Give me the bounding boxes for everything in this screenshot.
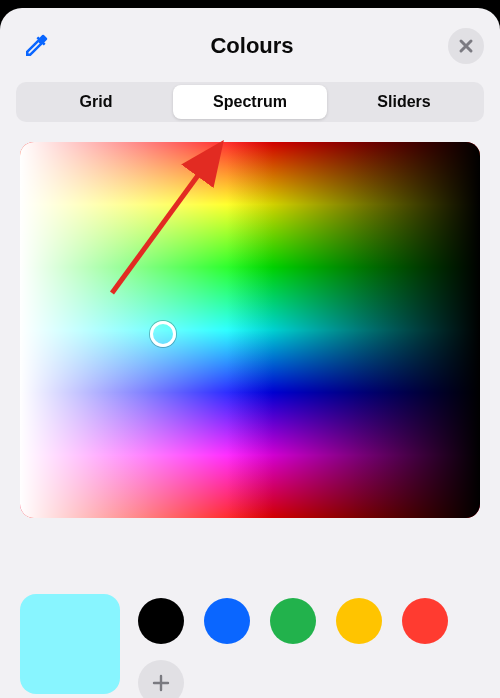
- add-swatch-button[interactable]: [138, 660, 184, 698]
- preset-swatch[interactable]: [402, 598, 448, 644]
- preset-swatch[interactable]: [336, 598, 382, 644]
- plus-icon: [152, 674, 170, 692]
- eyedropper-icon: [21, 31, 51, 61]
- spectrum-black-layer: [20, 142, 480, 518]
- preset-swatch-row: [138, 598, 480, 644]
- tab-spectrum[interactable]: Spectrum: [173, 85, 327, 119]
- preset-swatch[interactable]: [270, 598, 316, 644]
- swatch-footer: [0, 594, 500, 698]
- tab-grid[interactable]: Grid: [19, 85, 173, 119]
- close-button[interactable]: [448, 28, 484, 64]
- preset-swatch-area: [138, 594, 480, 698]
- current-color-swatch[interactable]: [20, 594, 120, 694]
- preset-swatch[interactable]: [138, 598, 184, 644]
- preset-swatch[interactable]: [204, 598, 250, 644]
- color-picker-sheet: Colours Grid Spectrum Sliders: [0, 8, 500, 698]
- panel-title: Colours: [56, 33, 448, 59]
- tab-label: Spectrum: [213, 93, 287, 111]
- close-icon: [458, 38, 474, 54]
- view-mode-tabs: Grid Spectrum Sliders: [16, 82, 484, 122]
- tab-label: Grid: [80, 93, 113, 111]
- header-bar: Colours: [0, 8, 500, 76]
- tab-label: Sliders: [377, 93, 430, 111]
- spectrum-canvas[interactable]: [20, 142, 480, 518]
- tab-sliders[interactable]: Sliders: [327, 85, 481, 119]
- eyedropper-button[interactable]: [16, 26, 56, 66]
- add-swatch-row: [138, 660, 480, 698]
